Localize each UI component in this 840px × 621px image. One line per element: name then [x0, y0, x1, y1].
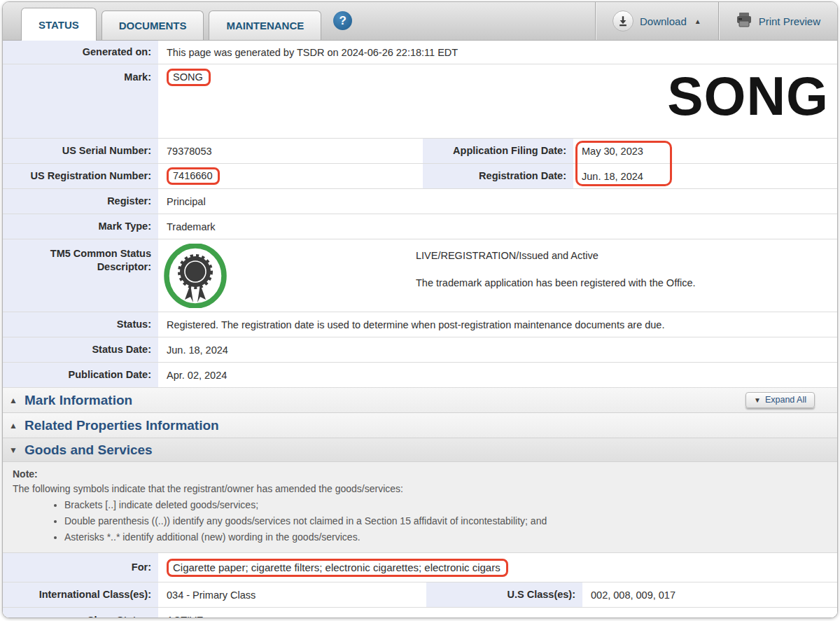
tm5-status-line: LIVE/REGISTRATION/Issued and Active: [416, 250, 829, 261]
mark-row: Mark: SONG SONG: [3, 64, 837, 139]
toolbar-actions: Download ▲ Print Preview: [595, 2, 837, 40]
status-date-value: Jun. 18, 2024: [158, 337, 837, 362]
tm5-value-cell: LIVE/REGISTRATION/Issued and Active The …: [158, 239, 837, 312]
tsdr-page: STATUS DOCUMENTS MAINTENANCE ? Download …: [2, 1, 838, 618]
note-bullet: Double parenthesis ((..)) identify any g…: [64, 514, 827, 529]
filing-date-value: May 30, 2023: [573, 139, 837, 163]
tab-documents[interactable]: DOCUMENTS: [102, 11, 204, 40]
serial-filing-row: US Serial Number: 79378053 Application F…: [3, 139, 837, 164]
for-row: For: Cigarette paper; cigarette filters;…: [3, 553, 837, 582]
note-bullet: Brackets [..] indicate deleted goods/ser…: [64, 498, 827, 512]
mark-image: SONG: [667, 69, 829, 124]
collapse-arrow-icon: ▲: [9, 396, 19, 405]
download-caret-icon: ▲: [694, 18, 701, 25]
section-related-properties[interactable]: ▲ Related Properties Information: [3, 413, 837, 438]
intl-class-value: 034 - Primary Class: [158, 582, 426, 607]
tm5-status-badge-icon: [164, 244, 227, 310]
class-status-row: Class Status: ACTIVE: [3, 608, 837, 618]
section-goods-and-services[interactable]: ▼ Goods and Services: [3, 438, 837, 462]
mark-type-row: Mark Type: Trademark: [3, 214, 837, 239]
print-preview-label: Print Preview: [759, 15, 820, 27]
tm5-row: TM5 Common Status Descriptor: LIVE/REGIS…: [3, 239, 837, 312]
generated-label: Generated on:: [3, 41, 158, 64]
mark-label: Mark:: [3, 64, 158, 138]
generated-value: This page was generated by TSDR on 2024-…: [158, 41, 837, 64]
section-goods-and-services-title: Goods and Services: [24, 442, 153, 458]
serial-label: US Serial Number:: [3, 139, 158, 163]
filing-date-label: Application Filing Date:: [423, 139, 573, 163]
for-value-highlight: Cigarette paper; cigarette filters; elec…: [167, 559, 508, 577]
print-preview-button[interactable]: Print Preview: [718, 2, 837, 40]
expand-all-button[interactable]: ▼ Expand All: [746, 392, 815, 408]
help-icon[interactable]: ?: [333, 11, 352, 30]
for-label: For:: [3, 553, 158, 582]
us-class-label: U.S Class(es):: [426, 582, 582, 607]
status-value: Registered. The registration date is use…: [158, 312, 837, 337]
reg-number-value-cell: 7416660: [158, 164, 423, 188]
download-icon: [612, 11, 634, 32]
tab-bar: STATUS DOCUMENTS MAINTENANCE ? Download …: [3, 2, 837, 41]
mark-type-value: Trademark: [158, 214, 837, 239]
publication-date-row: Publication Date: Apr. 02, 2024: [3, 363, 837, 388]
numbers-dates-block: US Serial Number: 79378053 Application F…: [3, 139, 837, 189]
status-date-row: Status Date: Jun. 18, 2024: [3, 337, 837, 363]
section-mark-information-title: Mark Information: [24, 393, 132, 408]
goods-services-note: Note: The following symbols indicate tha…: [3, 462, 837, 553]
status-label: Status:: [3, 312, 158, 337]
download-label: Download: [640, 15, 687, 27]
section-related-properties-title: Related Properties Information: [24, 418, 219, 433]
reg-number-label: US Registration Number:: [3, 164, 158, 188]
tm5-description: The trademark application has been regis…: [416, 277, 829, 288]
collapse-arrow-icon: ▲: [9, 421, 19, 431]
section-mark-information[interactable]: ▲ Mark Information ▼ Expand All: [3, 388, 837, 413]
note-intro: The following symbols indicate that the …: [13, 482, 827, 496]
expand-all-label: Expand All: [765, 395, 806, 405]
publication-date-value: Apr. 02, 2024: [158, 363, 837, 387]
expand-arrow-icon: ▼: [754, 396, 761, 404]
download-button[interactable]: Download ▲: [595, 2, 718, 40]
class-status-label: Class Status:: [3, 608, 158, 618]
intl-class-label: International Class(es):: [3, 582, 158, 607]
status-date-label: Status Date:: [3, 337, 158, 362]
for-value-cell: Cigarette paper; cigarette filters; elec…: [158, 553, 837, 582]
register-row: Register: Principal: [3, 189, 837, 214]
regnum-regdate-row: US Registration Number: 7416660 Registra…: [3, 164, 837, 189]
generated-row: Generated on: This page was generated by…: [3, 41, 837, 64]
note-title: Note:: [13, 467, 827, 482]
class-status-value: ACTIVE: [158, 608, 837, 618]
reg-date-value: Jun. 18, 2024: [573, 164, 837, 188]
mark-value-highlight: SONG: [167, 69, 211, 86]
publication-date-label: Publication Date:: [3, 363, 158, 387]
us-class-value: 002, 008, 009, 017: [582, 582, 837, 607]
expand-arrow-icon: ▼: [9, 445, 19, 455]
mark-value-cell: SONG SONG: [158, 64, 837, 138]
status-row: Status: Registered. The registration dat…: [3, 312, 837, 337]
tm5-label: TM5 Common Status Descriptor:: [3, 239, 158, 312]
tab-status[interactable]: STATUS: [21, 8, 97, 41]
tab-strip: STATUS DOCUMENTS MAINTENANCE: [21, 2, 326, 40]
printer-icon: [736, 12, 752, 30]
tab-maintenance[interactable]: MAINTENANCE: [209, 11, 321, 40]
class-row: International Class(es): 034 - Primary C…: [3, 582, 837, 608]
note-bullet-list: Brackets [..] indicate deleted goods/ser…: [64, 498, 827, 545]
mark-type-label: Mark Type:: [3, 214, 158, 239]
reg-number-highlight: 7416660: [167, 167, 220, 185]
reg-date-label: Registration Date:: [423, 164, 573, 188]
register-label: Register:: [3, 189, 158, 214]
note-bullet: Asterisks *..* identify additional (new)…: [64, 530, 827, 545]
register-value: Principal: [158, 189, 837, 214]
serial-value: 79378053: [158, 139, 423, 163]
